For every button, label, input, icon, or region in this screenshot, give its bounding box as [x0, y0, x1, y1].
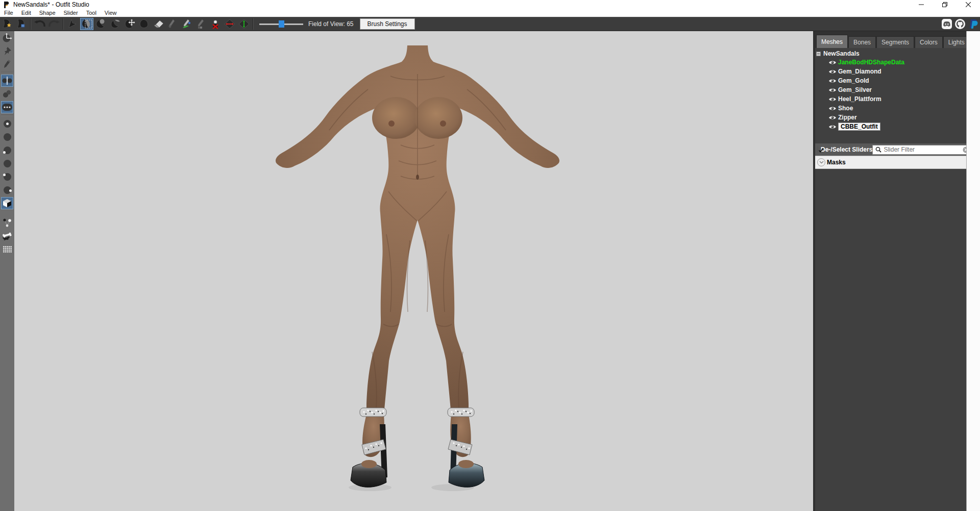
panel-tab[interactable]: Colors — [915, 36, 943, 48]
brush-solid-button-2[interactable] — [1, 157, 13, 169]
toolbar-separator — [253, 18, 254, 30]
vertex-edit-icon — [3, 218, 12, 228]
brush-center-dot-button[interactable] — [1, 117, 13, 130]
body-mesh-model — [263, 40, 569, 500]
pin-vertices-button[interactable] — [1, 45, 13, 57]
x-mirror-button[interactable] — [1, 75, 13, 87]
move-brush-button[interactable] — [123, 18, 136, 30]
main-toolbar: Field of View: 65 Brush Settings — [0, 17, 980, 31]
mesh-item[interactable]: Gem_Silver — [815, 85, 966, 94]
app-window: NewSandals* - Outfit Studio FileEditShap… — [0, 0, 980, 511]
window-title: NewSandals* - Outfit Studio — [13, 1, 89, 8]
undiff-brush-button[interactable] — [152, 18, 165, 30]
visibility-eye-icon[interactable] — [828, 60, 837, 65]
bone-icon — [2, 232, 12, 241]
toolbar-separator — [30, 18, 31, 30]
checkmark-icon — [818, 148, 824, 153]
mesh-item-label: JaneBodHDShapeData — [838, 59, 904, 66]
discord-link[interactable] — [941, 18, 952, 30]
menu-item[interactable]: Tool — [82, 9, 101, 17]
deselect-sliders-checkbox[interactable] — [817, 147, 818, 153]
mesh-item[interactable]: Heel_Plattform — [815, 94, 966, 104]
collision-brush-button[interactable] — [209, 18, 222, 30]
maximize-button[interactable] — [933, 0, 957, 9]
edit-pencil-button[interactable] — [1, 58, 13, 70]
mesh-item[interactable]: CBBE_Outfit — [815, 122, 966, 131]
visibility-eye-icon[interactable] — [828, 115, 837, 120]
pivot-tool-icon — [238, 19, 250, 29]
mesh-item-label: Gem_Gold — [838, 77, 869, 84]
panel-tab[interactable]: Lights — [943, 36, 970, 48]
smooth-brush-button[interactable] — [137, 18, 151, 30]
masks-section-header[interactable]: Masks — [815, 156, 966, 169]
field-of-view-slider[interactable] — [259, 20, 303, 28]
color-brush-button[interactable] — [180, 18, 193, 30]
inflate-brush-button[interactable] — [94, 18, 108, 30]
discord-icon — [941, 18, 952, 30]
vertex-edit-button[interactable] — [1, 217, 13, 229]
collapse-chevron-icon[interactable] — [817, 158, 825, 166]
redo-button[interactable] — [47, 18, 61, 30]
brush-settings-button[interactable]: Brush Settings — [360, 18, 415, 30]
slider-handle[interactable] — [279, 20, 284, 28]
visibility-eye-icon[interactable] — [828, 69, 837, 75]
slider-filter-bar: De-/Select Sliders — [815, 143, 966, 156]
menu-item[interactable]: File — [0, 9, 17, 17]
select-brush-button[interactable] — [66, 18, 79, 30]
menu-item[interactable]: Slider — [60, 9, 82, 17]
mesh-item[interactable]: Gem_Gold — [815, 76, 966, 85]
panel-tab[interactable]: Segments — [876, 36, 914, 48]
github-link[interactable] — [954, 18, 966, 30]
pencil-icon — [3, 60, 11, 69]
transform-tool-icon — [224, 19, 235, 29]
mesh-item[interactable]: Shoe — [815, 104, 966, 113]
mesh-item[interactable]: Zipper — [815, 113, 966, 122]
perspective-cube-button[interactable] — [1, 197, 13, 209]
brush-dot-right-button[interactable] — [1, 184, 13, 196]
connected-only-button[interactable] — [1, 101, 13, 113]
deflate-brush-button[interactable] — [109, 18, 122, 30]
undo-button[interactable] — [33, 18, 46, 30]
show-bones-button[interactable] — [1, 230, 13, 242]
close-button[interactable] — [957, 0, 980, 9]
pivot-tool-button[interactable] — [237, 18, 251, 30]
cube-icon — [3, 199, 12, 208]
slider-filter-searchbox[interactable] — [872, 145, 972, 155]
slider-filter-input[interactable] — [884, 146, 963, 153]
collapse-icon[interactable] — [816, 52, 821, 56]
brush-dot-bottom-left-button[interactable] — [1, 144, 13, 156]
minimize-button[interactable] — [910, 0, 933, 9]
visibility-eye-icon[interactable] — [828, 96, 837, 102]
brush-dot-top-left-button[interactable] — [1, 171, 13, 183]
paypal-link[interactable] — [968, 18, 979, 30]
panel-scroll-area[interactable] — [966, 31, 980, 511]
transform-gizmo-button[interactable] — [1, 32, 13, 44]
mask-brush-button[interactable] — [80, 18, 93, 30]
visibility-eye-icon[interactable] — [828, 87, 837, 93]
mesh-item[interactable]: JaneBodHDShapeData — [815, 58, 966, 67]
weight-brush-button[interactable] — [166, 18, 179, 30]
menu-item[interactable]: Shape — [35, 9, 60, 17]
3d-viewport[interactable] — [14, 31, 813, 511]
visibility-eye-icon[interactable] — [828, 124, 837, 130]
mesh-item-label: Zipper — [838, 114, 857, 121]
deselect-sliders-label: De-/Select Sliders — [821, 146, 872, 153]
brush-solid-button[interactable] — [1, 131, 13, 143]
panel-tab[interactable]: Bones — [848, 36, 876, 48]
show-grid-button[interactable] — [1, 244, 13, 256]
merge-vertices-button[interactable] — [1, 88, 13, 100]
visibility-eye-icon[interactable] — [828, 106, 837, 111]
mesh-item-label: Heel_Plattform — [838, 95, 881, 103]
connected-vertices-icon — [2, 104, 12, 111]
tree-root-label: NewSandals — [823, 50, 860, 57]
tree-root[interactable]: NewSandals — [815, 50, 966, 58]
load-project-button[interactable] — [15, 18, 28, 30]
menu-item[interactable]: View — [101, 9, 121, 17]
new-project-button[interactable] — [1, 18, 14, 30]
alpha-brush-button[interactable] — [194, 18, 208, 30]
transform-tool-button[interactable] — [223, 18, 236, 30]
menu-item[interactable]: Edit — [17, 9, 35, 17]
panel-tab[interactable]: Meshes — [816, 35, 848, 48]
mesh-item[interactable]: Gem_Diamond — [815, 67, 966, 76]
visibility-eye-icon[interactable] — [828, 78, 837, 84]
